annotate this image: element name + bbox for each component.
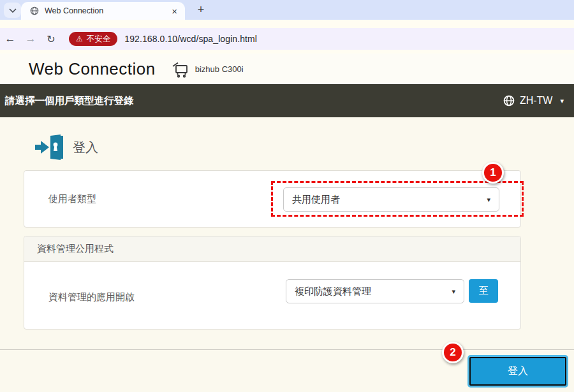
chevron-down-icon: ▾ (452, 287, 455, 296)
device-name: bizhub C300i (195, 64, 244, 74)
user-type-card: 使用者類型 共用使用者 ▾ (24, 170, 521, 228)
utility-app-label: 資料管理的應用開啟 (48, 291, 135, 303)
browser-tabstrip: Web Connection × + (0, 0, 574, 20)
web-connection-logo: Web Connection (29, 59, 156, 79)
footer-divider (0, 349, 574, 350)
utility-app-select[interactable]: 複印防護資料管理 ▾ (286, 279, 464, 303)
door-login-icon (34, 134, 64, 161)
reload-icon[interactable]: ↻ (41, 33, 61, 45)
message-banner: 請選擇一個用戶類型進行登錄 ZH-TW ▾ (0, 84, 574, 117)
printer-icon (171, 61, 190, 78)
new-tab-button[interactable]: + (193, 2, 209, 18)
language-label: ZH-TW (520, 95, 553, 106)
address-bar-url[interactable]: 192.168.0.10/wcd/spa_login.html (124, 34, 257, 44)
tab-title: Web Connection (45, 6, 170, 15)
user-type-select[interactable]: 共用使用者 ▾ (283, 187, 499, 212)
chevron-down-icon (9, 8, 17, 13)
chevron-down-icon: ▾ (557, 97, 564, 105)
site-header: Web Connection bizhub C300i (0, 54, 574, 84)
back-icon[interactable]: ← (0, 33, 20, 45)
close-tab-icon[interactable]: × (170, 6, 179, 17)
browser-toolbar: ← → ↻ ⚠ 不安全 192.168.0.10/wcd/spa_login.h… (0, 28, 574, 50)
browser-tab[interactable]: Web Connection × (21, 2, 185, 20)
chrome-gap-strip (0, 20, 574, 28)
globe-language-icon (503, 95, 515, 106)
user-type-label: 使用者類型 (48, 193, 96, 205)
language-selector[interactable]: ZH-TW ▾ (503, 95, 564, 106)
utility-card: 資料管理公用程式 資料管理的應用開啟 複印防護資料管理 ▾ 至 (24, 236, 521, 330)
annotation-step-2: 2 (442, 342, 464, 363)
login-heading: 登入 (34, 134, 98, 161)
warning-icon: ⚠ (76, 35, 83, 43)
forward-icon[interactable]: → (20, 33, 41, 45)
login-heading-label: 登入 (73, 139, 98, 156)
go-button[interactable]: 至 (469, 279, 498, 303)
utility-section-header: 資料管理公用程式 (24, 236, 520, 262)
login-button[interactable]: 登入 (469, 357, 566, 386)
annotation-step-1: 1 (482, 162, 504, 184)
utility-section-title: 資料管理公用程式 (37, 243, 114, 255)
globe-favicon-icon (30, 6, 39, 15)
utility-app-selected-value: 複印防護資料管理 (295, 286, 371, 298)
security-badge-label: 不安全 (87, 34, 111, 45)
banner-message: 請選擇一個用戶類型進行登錄 (5, 94, 134, 108)
tab-search-button[interactable] (4, 3, 21, 18)
chevron-down-icon: ▾ (487, 196, 490, 204)
security-badge[interactable]: ⚠ 不安全 (69, 32, 117, 46)
user-type-selected-value: 共用使用者 (292, 194, 340, 206)
